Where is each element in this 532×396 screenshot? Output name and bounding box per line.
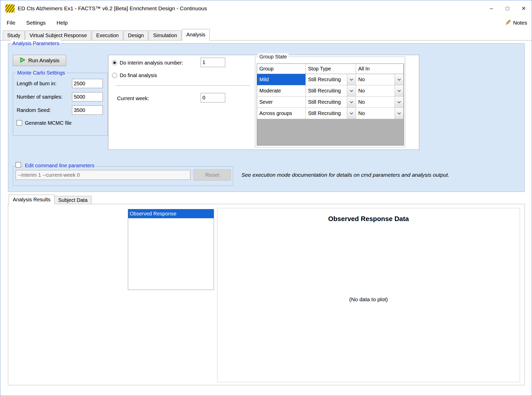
monte-carlo-group: Monte Carlo Settings Length of burn in: … bbox=[13, 73, 108, 136]
all-in-cell[interactable]: No bbox=[356, 97, 404, 108]
chevron-down-icon bbox=[350, 89, 353, 92]
app-window: ED Cts Alzheimers Ex1 - FACTS™ v6.2 [Bet… bbox=[0, 0, 532, 396]
maximize-button[interactable]: □ bbox=[499, 0, 516, 17]
cmd-parameters-group: Edit command line parameters Reset bbox=[13, 166, 233, 186]
analysis-parameters-group: Analysis Parameters Run Analysis Monte C… bbox=[8, 43, 525, 192]
tab-design[interactable]: Design bbox=[124, 30, 148, 40]
group-state-group: Group State Group Stop Type All In Mild … bbox=[255, 57, 405, 147]
menu-item-settings[interactable]: Settings bbox=[21, 17, 50, 29]
all-in-dropdown[interactable] bbox=[395, 97, 403, 108]
burn-in-label: Length of burn in: bbox=[17, 79, 57, 88]
table-row: Across groups Still Recruiting No bbox=[257, 108, 404, 119]
burn-in-input[interactable] bbox=[72, 79, 103, 88]
samples-label: Number of samples: bbox=[17, 92, 63, 101]
all-in-dropdown[interactable] bbox=[395, 74, 403, 85]
generate-mcmc-checkbox[interactable] bbox=[17, 120, 22, 126]
plot-empty-text: (No data to plot) bbox=[217, 296, 520, 303]
samples-input[interactable] bbox=[72, 92, 103, 101]
separator bbox=[116, 85, 250, 86]
stop-type-cell[interactable]: Still Recruiting bbox=[306, 85, 356, 97]
menu-item-help[interactable]: Help bbox=[52, 17, 73, 29]
edit-cmd-label: Edit command line parameters bbox=[23, 162, 96, 169]
chevron-down-icon bbox=[350, 111, 353, 114]
monte-carlo-label: Monte Carlo Settings bbox=[16, 69, 67, 76]
final-analysis-label: Do final analysis bbox=[120, 71, 157, 80]
chevron-down-icon bbox=[397, 111, 401, 114]
tab-simulation[interactable]: Simulation bbox=[149, 30, 181, 40]
current-week-input[interactable] bbox=[201, 93, 225, 102]
results-listbox[interactable]: Observed Response bbox=[128, 209, 214, 290]
all-in-cell[interactable]: No bbox=[356, 74, 404, 85]
play-icon bbox=[19, 57, 26, 64]
random-seed-label: Random Seed: bbox=[17, 106, 51, 114]
all-in-dropdown[interactable] bbox=[395, 108, 403, 119]
chevron-down-icon bbox=[397, 100, 401, 103]
list-item-observed-response[interactable]: Observed Response bbox=[128, 209, 214, 218]
stop-type-cell[interactable]: Still Recruiting bbox=[306, 74, 356, 85]
group-state-label: Group State bbox=[258, 53, 289, 60]
stop-type-cell[interactable]: Still Recruiting bbox=[306, 108, 356, 119]
edit-cmd-checkbox[interactable] bbox=[16, 162, 21, 168]
cmd-documentation-note: See execution mode documentation for det… bbox=[241, 171, 449, 179]
run-analysis-button[interactable]: Run Analysis bbox=[13, 55, 66, 66]
chevron-down-icon bbox=[397, 89, 401, 92]
cmd-input[interactable] bbox=[16, 170, 190, 180]
column-header-group: Group bbox=[257, 64, 306, 74]
minimize-button[interactable]: – bbox=[483, 0, 499, 17]
tab-analysis[interactable]: Analysis bbox=[182, 29, 210, 40]
notes-button[interactable]: Notes bbox=[505, 17, 527, 29]
window-controls: – □ × bbox=[483, 0, 532, 17]
app-icon bbox=[5, 4, 15, 13]
table-row: Moderate Still Recruiting No bbox=[257, 85, 404, 97]
tab-study[interactable]: Study bbox=[3, 30, 25, 40]
tab-subject-data[interactable]: Subject Data bbox=[54, 196, 91, 204]
notes-label: Notes bbox=[513, 20, 527, 26]
all-in-cell[interactable]: No bbox=[356, 85, 404, 97]
plot-panel: Observed Response Data (No data to plot) bbox=[217, 208, 520, 382]
group-state-table: Group Stop Type All In Mild Still Recrui… bbox=[257, 64, 404, 145]
titlebar: ED Cts Alzheimers Ex1 - FACTS™ v6.2 [Bet… bbox=[0, 0, 532, 17]
plot-title: Observed Response Data bbox=[217, 215, 520, 223]
group-cell[interactable]: Across groups bbox=[257, 108, 306, 119]
results-panel: Observed Response Observed Response Data… bbox=[8, 204, 525, 385]
stop-type-dropdown[interactable] bbox=[347, 74, 356, 85]
interim-analysis-radio[interactable] bbox=[112, 60, 117, 65]
table-row: Mild Still Recruiting No bbox=[257, 74, 404, 85]
column-header-all-in: All In bbox=[356, 64, 404, 74]
chevron-down-icon bbox=[397, 77, 401, 81]
tab-virtual-subject-response[interactable]: Virtual Subject Response bbox=[25, 30, 91, 40]
chevron-down-icon bbox=[350, 77, 353, 81]
all-in-dropdown[interactable] bbox=[395, 85, 403, 96]
chevron-down-icon bbox=[350, 100, 353, 103]
stop-type-cell[interactable]: Still Recruiting bbox=[306, 97, 356, 108]
random-seed-input[interactable] bbox=[72, 106, 103, 115]
group-state-header-row: Group Stop Type All In bbox=[257, 64, 404, 74]
analysis-mode-panel: Do interim analysis number: Do final ana… bbox=[108, 55, 419, 150]
menubar: File Settings Help Notes bbox=[0, 17, 532, 29]
generate-mcmc-label: Generate MCMC file bbox=[25, 119, 71, 127]
reset-button[interactable]: Reset bbox=[193, 169, 231, 181]
menu-item-file[interactable]: File bbox=[2, 17, 20, 29]
stop-type-dropdown[interactable] bbox=[347, 97, 356, 108]
all-in-cell[interactable]: No bbox=[356, 108, 404, 119]
group-cell[interactable]: Sever bbox=[257, 97, 306, 108]
group-cell[interactable]: Moderate bbox=[257, 85, 306, 97]
stop-type-dropdown[interactable] bbox=[347, 85, 356, 96]
interim-analysis-label: Do interim analysis number: bbox=[120, 58, 183, 67]
tab-analysis-results[interactable]: Analysis Results bbox=[9, 195, 55, 204]
interim-number-input[interactable] bbox=[201, 58, 225, 67]
stop-type-dropdown[interactable] bbox=[347, 108, 356, 119]
tab-execution[interactable]: Execution bbox=[92, 30, 123, 40]
group-cell[interactable]: Mild bbox=[257, 74, 306, 85]
main-tab-strip: Study Virtual Subject Response Execution… bbox=[0, 29, 532, 40]
run-analysis-label: Run Analysis bbox=[28, 57, 59, 64]
table-row: Sever Still Recruiting No bbox=[257, 97, 404, 108]
column-header-stop-type: Stop Type bbox=[306, 64, 356, 74]
analysis-parameters-label: Analysis Parameters bbox=[11, 40, 61, 47]
current-week-label: Current week: bbox=[117, 94, 149, 103]
close-button[interactable]: × bbox=[516, 0, 532, 17]
notes-icon bbox=[505, 19, 511, 27]
window-title: ED Cts Alzheimers Ex1 - FACTS™ v6.2 [Bet… bbox=[18, 0, 207, 17]
final-analysis-radio[interactable] bbox=[112, 73, 117, 78]
